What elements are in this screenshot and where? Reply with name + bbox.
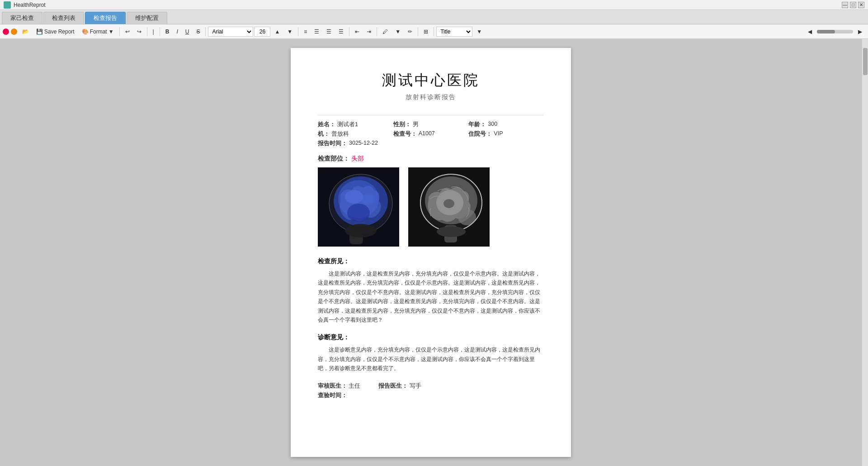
tab-weihupeizhi[interactable]: 维护配置 [127, 12, 167, 24]
font-size-input[interactable] [254, 27, 270, 37]
findings-section: 检查所见： 这是测试内容，这是检查所见内容，充分填充内容，仅仅是个示意内容。这是… [318, 257, 544, 324]
color-orange-btn[interactable] [11, 29, 17, 35]
bold-btn[interactable]: B [162, 26, 173, 37]
brain-svg-right [408, 167, 490, 247]
align-left-btn[interactable]: ≡ [301, 26, 310, 37]
zoom-out-btn[interactable]: ◀ [805, 26, 815, 37]
align-justify-btn[interactable]: ☰ [335, 26, 347, 37]
sep7 [377, 27, 377, 36]
undo-icon: ↩ [125, 29, 130, 35]
sep4 [205, 27, 206, 36]
zoom-in-btn[interactable]: ▶ [855, 26, 865, 37]
align-justify-icon: ☰ [339, 29, 344, 35]
id-cell: 机： 普放科 [318, 130, 393, 138]
doc-container[interactable]: 测试中心医院 放射科诊断报告 姓名： 测试者1 性别： 男 年龄： 300 [0, 39, 862, 466]
tab-jianchaliebiao[interactable]: 检查列表 [43, 12, 84, 24]
indent-inc-btn[interactable]: ⇥ [363, 26, 374, 37]
highlight-icon: 🖊 [382, 29, 388, 35]
indent-inc-icon: ⇥ [367, 29, 371, 35]
zoom-in-icon: ▶ [858, 29, 862, 35]
diagnosis-title: 诊断意见： [318, 333, 544, 342]
pencil-icon: ✏ [408, 29, 412, 35]
pencil-btn[interactable]: ✏ [405, 26, 415, 37]
zoom-area: ◀ ▶ [805, 26, 865, 37]
images-row [318, 167, 544, 247]
report-time-value: 3025-12-22 [349, 140, 378, 147]
sep9 [434, 27, 434, 36]
style-selector[interactable]: Title [436, 27, 472, 37]
brain-image-left [318, 167, 399, 247]
scrollbar-thumb[interactable] [863, 48, 868, 75]
review-doctor-label: 审核医生： [318, 383, 347, 389]
align-left-icon: ≡ [304, 29, 307, 35]
brain-svg-left [318, 167, 399, 247]
font-size-down-btn[interactable]: ▼ [284, 26, 296, 37]
id-label: 机： [318, 130, 330, 138]
app-title: HealthReprot [14, 2, 46, 8]
font-selector[interactable]: Arial [208, 27, 253, 37]
table-btn[interactable]: ⊞ [420, 26, 431, 37]
exam-section-label: 检查部位： [318, 155, 349, 162]
strikethrough-btn[interactable]: S [193, 26, 203, 37]
main-area: 测试中心医院 放射科诊断报告 姓名： 测试者1 性别： 男 年龄： 300 [0, 39, 868, 466]
findings-text: 这是测试内容，这是检查所见内容，充分填充内容，仅仅是个示意内容。这是测试内容，这… [318, 269, 544, 324]
color-icon: ▼ [395, 29, 401, 35]
zoom-slider-track [817, 30, 853, 33]
tab-jijiancha[interactable]: 家己检查 [2, 12, 42, 24]
age-cell: 年龄： 300 [468, 121, 544, 128]
scrollbar-vertical[interactable] [862, 39, 868, 466]
color-red-btn[interactable] [3, 29, 9, 35]
zoom-slider-thumb[interactable] [817, 30, 835, 33]
format-icon: 🎨 [82, 29, 89, 35]
sep1 [119, 27, 120, 36]
exam-no-value: A1007 [419, 130, 435, 138]
age-value: 300 [488, 121, 497, 128]
format-btn[interactable]: 🎨 Format ▼ [79, 26, 117, 37]
color-btn[interactable]: ▼ [392, 26, 404, 37]
name-label: 姓名： [318, 121, 335, 128]
hospital-name: 测试中心医院 [318, 71, 544, 90]
exam-time-label: 查验时间： [318, 392, 347, 399]
indent-dec-btn[interactable]: ⇤ [352, 26, 363, 37]
style-dropdown-btn[interactable]: ▼ [473, 26, 485, 37]
open-btn[interactable]: 📂 [19, 26, 32, 37]
review-doctor-value: 主任 [349, 383, 360, 389]
svg-point-13 [443, 199, 454, 208]
name-cell: 姓名： 测试者1 [318, 121, 393, 128]
underline-btn[interactable]: U [182, 26, 193, 37]
align-right-icon: ☰ [326, 29, 331, 35]
report-doctor-label: 报告医生： [378, 383, 408, 389]
undo-btn[interactable]: ↩ [122, 26, 133, 37]
report-time-cell: 报告时间： 3025-12-22 [318, 140, 544, 147]
name-value: 测试者1 [337, 121, 358, 128]
diagnosis-text: 这是诊断意见内容，充分填充内容，仅仅是个示意内容，这是测试内容，这是检查所见内容… [318, 345, 544, 373]
patient-info: 姓名： 测试者1 性别： 男 年龄： 300 机： 普放科 [318, 115, 544, 147]
save-report-btn[interactable]: 💾 Save Report [33, 26, 78, 37]
close-btn[interactable]: ✕ [858, 2, 864, 8]
gender-cell: 性别： 男 [393, 121, 469, 128]
title-bar: HealthReprot — □ ✕ [0, 0, 868, 10]
maximize-btn[interactable]: □ [850, 2, 856, 8]
exam-no-label: 检查号： [393, 130, 417, 138]
highlight-btn[interactable]: 🖊 [379, 26, 391, 37]
tab-jianchabaogao[interactable]: 检查报告 [85, 12, 126, 24]
separator-btn[interactable]: | [150, 26, 157, 37]
sep8 [418, 27, 418, 36]
svg-point-5 [361, 194, 374, 204]
redo-icon: ↪ [137, 29, 142, 35]
info-row-3: 报告时间： 3025-12-22 [318, 140, 544, 147]
font-size-up-btn[interactable]: ▲ [271, 26, 283, 37]
indent-dec-icon: ⇤ [355, 29, 359, 35]
redo-btn[interactable]: ↪ [134, 26, 145, 37]
align-right-btn[interactable]: ☰ [323, 26, 335, 37]
exam-time-row: 查验时间： [318, 392, 544, 399]
sep5 [298, 27, 298, 36]
tab-bar: 家己检查 检查列表 检查报告 维护配置 [0, 10, 868, 24]
gender-value: 男 [413, 121, 419, 128]
zoom-out-icon: ◀ [808, 29, 812, 35]
exam-part-value: 头部 [351, 155, 364, 162]
italic-btn[interactable]: I [173, 26, 181, 37]
minimize-btn[interactable]: — [842, 2, 848, 8]
align-center-btn[interactable]: ☰ [311, 26, 322, 37]
exam-no-cell: 检查号： A1007 [393, 130, 469, 138]
